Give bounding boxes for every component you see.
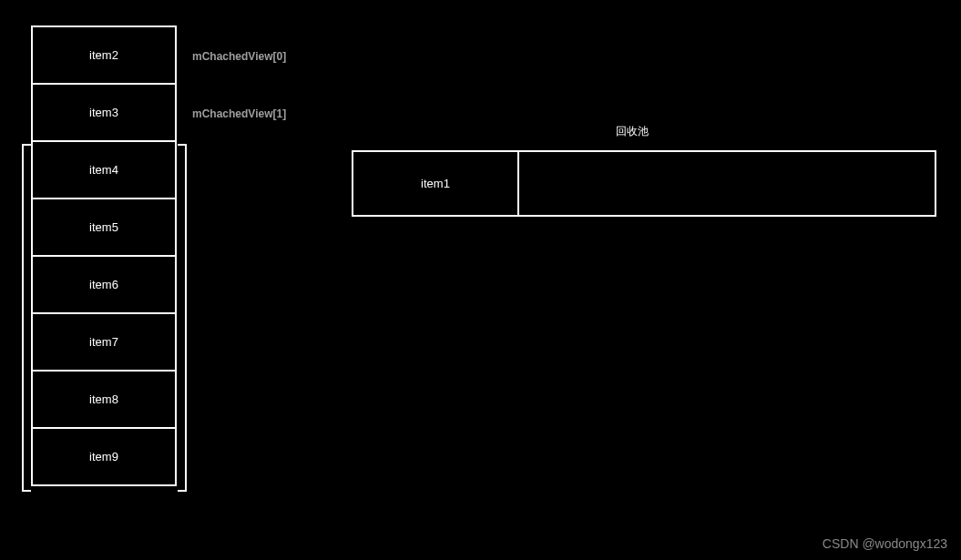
list-item: item6 — [31, 255, 177, 314]
cached-view-label-1: mChachedView[1] — [192, 107, 286, 120]
recycle-pool-title: 回收池 — [616, 124, 649, 139]
list-item: item4 — [31, 140, 177, 199]
list-item: item7 — [31, 312, 177, 372]
bracket-right — [178, 144, 187, 492]
item-list: item2 item3 item4 item5 item6 item7 item… — [31, 25, 177, 486]
list-item: item2 — [31, 25, 177, 85]
pool-item: item1 — [353, 152, 519, 215]
cached-view-label-0: mChachedView[0] — [192, 50, 286, 63]
recycle-pool: item1 — [352, 150, 936, 217]
list-item: item3 — [31, 83, 177, 142]
bracket-left — [22, 144, 31, 492]
list-item: item8 — [31, 370, 177, 429]
list-item: item9 — [31, 427, 177, 486]
watermark: CSDN @wodongx123 — [823, 536, 947, 551]
list-item: item5 — [31, 198, 177, 257]
